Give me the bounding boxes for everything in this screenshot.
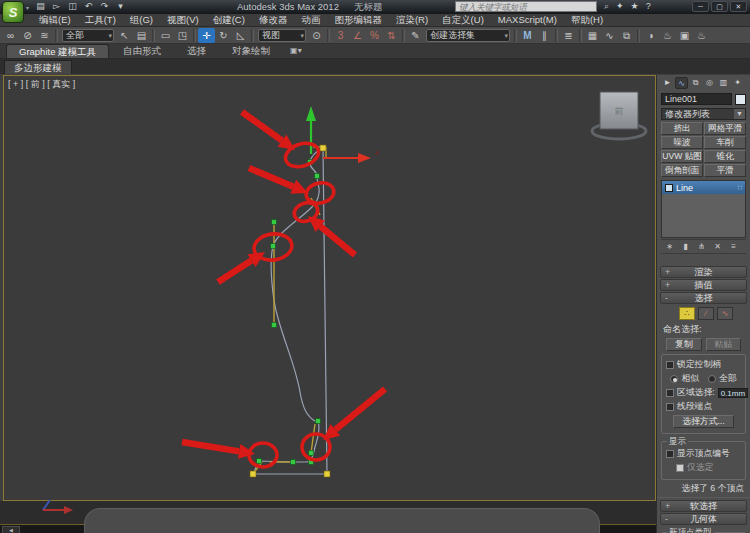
mirror-icon[interactable]: M [519, 28, 536, 43]
utilities-tab[interactable]: ✦ [731, 77, 744, 89]
modifier-button[interactable]: 倒角剖面 [661, 164, 703, 177]
make-unique-icon[interactable]: ⋔ [695, 241, 708, 252]
rollout-header[interactable]: + 插值 [660, 279, 747, 291]
toolbar-item[interactable] [402, 29, 405, 42]
previous-frame-button[interactable]: ◀ [2, 526, 20, 533]
select-object-icon[interactable]: ↖ [116, 28, 133, 43]
rollout-header[interactable]: + 软选择 [660, 500, 747, 512]
menu-item[interactable]: MAXScript(M) [491, 14, 564, 26]
application-menu-button[interactable]: S [2, 1, 24, 23]
modifier-button[interactable]: 车削 [704, 136, 746, 149]
layer-manager-icon[interactable]: ≣ [560, 28, 577, 43]
menu-item[interactable]: 图形编辑器 [327, 14, 389, 26]
viewport-canvas[interactable]: 前x [4, 76, 655, 500]
save-file-icon[interactable]: ◫ [66, 1, 79, 12]
area-selection-checkbox[interactable] [666, 389, 674, 397]
object-color-swatch[interactable] [735, 94, 746, 105]
modifier-stack-item-line[interactable]: Line ∷ [662, 181, 745, 194]
rollout-header[interactable]: + 渲染 [660, 266, 747, 278]
show-vertex-numbers-checkbox[interactable] [666, 450, 674, 458]
use-pivot-center-icon[interactable]: ⊙ [308, 28, 325, 43]
toolbar-item[interactable] [193, 29, 196, 42]
modifier-button[interactable]: 锥化 [704, 150, 746, 163]
sign-in-icon[interactable]: ✦ [616, 1, 624, 12]
percent-snap-icon[interactable]: % [366, 28, 383, 43]
help-icon[interactable]: ? [646, 1, 651, 12]
toolbar-item[interactable] [555, 29, 558, 42]
configure-modifier-sets-icon[interactable]: ≡ [727, 241, 740, 252]
vertex-subobject-button[interactable]: ∴ [679, 307, 695, 320]
app-menu-caret-icon[interactable]: ▾ [26, 4, 29, 11]
remove-modifier-icon[interactable]: ✕ [711, 241, 724, 252]
reference-coordinate-dropdown[interactable]: 视图 [258, 29, 306, 42]
toolbar-options-icon[interactable]: ▾ [114, 1, 127, 12]
modifier-list-dropdown[interactable]: 修改器列表 ▼ [661, 108, 746, 120]
menu-item[interactable]: 渲染(R) [389, 14, 435, 26]
toolbar-item[interactable] [637, 29, 640, 42]
similar-radio[interactable] [670, 375, 678, 383]
spline-subobject-button[interactable]: ∿ [717, 307, 733, 320]
select-and-move-icon[interactable]: ✛ [198, 28, 215, 43]
schematic-view-icon[interactable]: ⧉ [618, 28, 635, 43]
modifier-button[interactable]: 噪波 [661, 136, 703, 149]
select-by-button[interactable]: 选择方式... [673, 415, 734, 428]
select-and-link-icon[interactable]: ∞ [2, 28, 19, 43]
search-icon[interactable]: ⌕ [604, 1, 609, 12]
menu-item[interactable]: 创建(C) [206, 14, 252, 26]
toolbar-item[interactable] [55, 29, 58, 42]
viewport-label[interactable]: [ + ] [ 前 ] [ 真实 ] [8, 78, 75, 91]
snap-toggle-icon[interactable]: 3 [332, 28, 349, 43]
rollout-header[interactable]: - 几何体 [660, 513, 747, 525]
menu-item[interactable]: 修改器 [252, 14, 295, 26]
copy-button[interactable]: 复制 [666, 338, 702, 351]
toolbar-item[interactable] [152, 29, 155, 42]
new-file-icon[interactable]: ▤ [34, 1, 47, 12]
all-radio[interactable] [708, 375, 716, 383]
close-button[interactable]: ✕ [730, 1, 747, 12]
dropdown-arrow-icon[interactable]: ▼ [734, 109, 745, 119]
modifier-button[interactable]: 平滑 [704, 164, 746, 177]
toolbar-item[interactable] [327, 29, 330, 42]
viewport-front[interactable]: [ + ] [ 前 ] [ 真实 ] 前x [3, 75, 656, 501]
toolbar-item[interactable] [251, 29, 254, 42]
align-icon[interactable]: ∥ [536, 28, 553, 43]
menu-item[interactable]: 自定义(U) [435, 14, 491, 26]
edit-named-selections-icon[interactable]: ✎ [407, 28, 424, 43]
menu-item[interactable]: 帮助(H) [564, 14, 610, 26]
modifier-button[interactable]: 网格平滑 [704, 122, 746, 135]
rendered-frame-icon[interactable]: ▣ [676, 28, 693, 43]
hierarchy-tab[interactable]: ⧉ [689, 77, 702, 89]
ribbon-tab[interactable]: 选择 [175, 44, 218, 58]
modifier-button[interactable]: UVW 贴图 [661, 150, 703, 163]
curve-editor-icon[interactable]: ∿ [601, 28, 618, 43]
show-end-result-icon[interactable]: ▮ [679, 241, 692, 252]
open-file-icon[interactable]: ▻ [50, 1, 63, 12]
spinner-snap-icon[interactable]: ⇅ [383, 28, 400, 43]
ribbon-panel-polygon-modeling[interactable]: 多边形建模 [4, 60, 72, 74]
render-setup-icon[interactable]: ♨ [659, 28, 676, 43]
segment-end-checkbox[interactable] [666, 403, 674, 411]
pin-stack-icon[interactable]: ∗ [663, 241, 676, 252]
modifier-button[interactable]: 挤出 [661, 122, 703, 135]
favorites-star-icon[interactable]: ★ [631, 1, 639, 12]
angle-snap-icon[interactable]: ∠ [349, 28, 366, 43]
object-name-field[interactable]: Line001 [661, 93, 732, 105]
menu-item[interactable]: 动画 [294, 14, 327, 26]
ribbon-tab[interactable]: 自由形式 [111, 44, 173, 58]
infocenter-search-input[interactable] [455, 1, 597, 12]
minimize-button[interactable]: ─ [692, 1, 709, 12]
rollout-header[interactable]: - 选择 [660, 292, 747, 304]
select-and-scale-icon[interactable]: ◺ [232, 28, 249, 43]
toolbar-item[interactable] [514, 29, 517, 42]
motion-tab[interactable]: ◎ [703, 77, 716, 89]
redo-icon[interactable]: ↷ [98, 1, 111, 12]
menu-item[interactable]: 组(G) [123, 14, 160, 26]
menu-item[interactable]: 工具(T) [78, 14, 123, 26]
rectangular-selection-icon[interactable]: ▭ [157, 28, 174, 43]
selection-filter-dropdown[interactable]: 全部 [62, 29, 114, 42]
ribbon-tab[interactable]: Graphite 建模工具 [6, 44, 109, 58]
create-tab[interactable]: ► [661, 77, 674, 89]
selected-only-checkbox[interactable] [676, 464, 684, 472]
ribbon-tab[interactable]: 对象绘制 [220, 44, 282, 58]
maximize-button[interactable]: ▢ [711, 1, 728, 12]
